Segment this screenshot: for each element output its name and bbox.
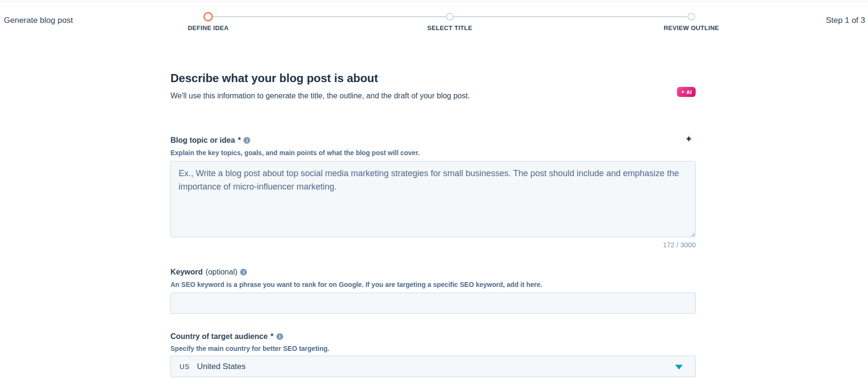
required-asterisk: * [238,136,241,145]
page-subtitle: We'll use this information to generate t… [170,92,470,100]
country-label: Country of target audience * i [170,332,283,341]
optional-marker: (optional) [206,268,238,276]
country-flag-code: US [180,363,190,370]
country-label-text: Country of target audience [170,332,268,341]
sparkle-icon: ✦ [681,90,685,95]
topic-helper: Explain the key topics, goals, and main … [170,149,420,157]
required-asterisk: * [271,332,274,341]
keyword-helper: An SEO keyword is a phrase you want to r… [170,281,542,288]
wizard-content: Describe what your blog post is about ✦ … [170,0,696,391]
country-helper: Specify the main country for better SEO … [170,345,329,352]
page-title: Generate blog post [4,16,73,25]
country-select[interactable]: US United States [170,356,696,377]
ai-badge-label: AI [686,89,692,95]
ai-badge: ✦ AI [677,87,696,97]
chevron-down-icon [675,365,683,370]
info-icon[interactable]: i [276,333,283,340]
ai-sparkle-button[interactable]: ✦ [685,134,693,144]
keyword-input[interactable] [170,293,696,314]
topic-label-text: Blog topic or idea [170,136,235,145]
topic-textarea[interactable]: Ex., Write a blog post about top social … [170,161,696,237]
info-icon[interactable]: i [240,269,247,275]
info-icon[interactable]: i [243,137,250,144]
keyword-label: Keyword (optional) i [170,268,247,276]
character-counter: 172 / 3000 [170,241,696,249]
topic-label: Blog topic or idea * i [170,136,250,145]
country-selected-value: United States [197,362,245,371]
keyword-label-text: Keyword [170,268,203,276]
page-heading: Describe what your blog post is about [170,72,378,85]
step-indicator: Step 1 of 3 [826,16,865,25]
